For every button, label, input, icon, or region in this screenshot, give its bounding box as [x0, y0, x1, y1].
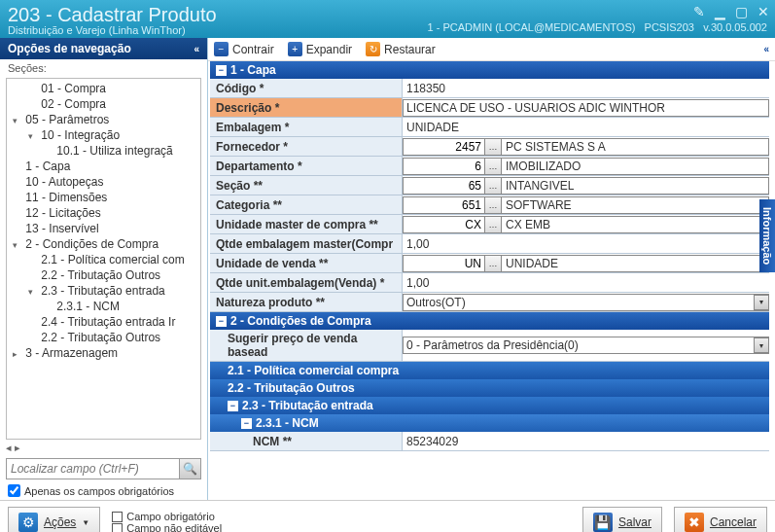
plus-icon: + [288, 42, 302, 56]
sidebar: Opções de navegação « Seções: 01 - Compr… [0, 38, 208, 500]
secao-code-input[interactable] [403, 177, 485, 195]
field-label: Fornecedor * [210, 137, 403, 156]
descricao-input[interactable]: LICENCA DE USO - USUARIOS ADIC WINTHOR [403, 99, 769, 117]
unid-master-code-input[interactable] [403, 216, 485, 233]
content-area: − Contrair + Expandir ↻ Restaurar « − 1 … [208, 38, 775, 500]
twisty-icon: ▾ [28, 131, 38, 141]
minimize-icon[interactable]: ▁ [715, 4, 725, 19]
collapse-all-button[interactable]: − Contrair [214, 42, 274, 56]
minus-icon: − [214, 42, 229, 56]
search-icon: 🔍 [183, 462, 197, 476]
tree-item[interactable]: 10.1 - Utiliza integraçã [7, 143, 200, 159]
only-required-checkbox[interactable] [8, 484, 20, 497]
field-label: Embalagem * [210, 118, 403, 136]
lookup-button[interactable]: … [484, 158, 502, 175]
tree-item[interactable]: 11 - Dimensões [7, 190, 200, 205]
chevron-down-icon: ▼ [82, 518, 89, 527]
tree-item[interactable]: ▾ 05 - Parâmetros [7, 112, 200, 127]
sidebar-header: Opções de navegação « [0, 38, 207, 59]
chevron-down-icon: ▾ [754, 295, 769, 310]
close-icon[interactable]: ✕ [757, 4, 769, 19]
collapse-sidebar-icon[interactable]: « [194, 44, 199, 54]
tree-item[interactable]: 2.2 - Tributação Outros [7, 267, 200, 283]
tree-item[interactable]: 2.4 - Tributação entrada Ir [7, 314, 200, 330]
field-label: Unidade master de compra ** [210, 215, 403, 233]
unid-master-desc: CX EMB [502, 216, 769, 233]
qtde-unit-venda-value: 1,00 [403, 275, 433, 291]
toolbar: − Contrair + Expandir ↻ Restaurar « [208, 38, 775, 61]
bottom-bar: ⚙ Ações ▼ Campo obrigatório Campo não ed… [0, 500, 775, 532]
collapse-panel-icon[interactable]: « [763, 44, 769, 54]
nav-tree[interactable]: 01 - Compra 02 - Compra▾ 05 - Parâmetros… [6, 78, 201, 440]
embalagem-value: UNIDADE [403, 120, 463, 135]
field-label: Sugerir preço de venda basead [210, 330, 403, 361]
field-label: Categoria ** [210, 195, 403, 214]
twisty-icon: ▾ [28, 287, 38, 297]
legend-box-icon [112, 512, 123, 522]
tree-item[interactable]: 1 - Capa [7, 159, 200, 174]
tree-item[interactable]: ▾ 2.3 - Tributação entrada [7, 283, 200, 299]
section-1-header[interactable]: − 1 - Capa [210, 61, 769, 79]
tree-item[interactable]: 12 - Licitações [7, 205, 200, 221]
only-required-label: Apenas os campos obrigatórios [24, 485, 174, 497]
tree-item[interactable]: 13 - Inservível [7, 221, 200, 236]
fornecedor-code-input[interactable] [403, 138, 485, 156]
unid-venda-code-input[interactable] [403, 255, 485, 272]
ncm-value: 85234029 [403, 434, 462, 449]
search-button[interactable]: 🔍 [180, 458, 201, 479]
tree-item[interactable]: ▸ 3 - Armazenagem [7, 345, 200, 361]
departamento-desc: IMOBILIZADO [502, 158, 769, 175]
field-label: Qtde embalagem master(Compr [210, 234, 403, 253]
restore-icon: ↻ [366, 42, 380, 56]
save-icon: 💾 [593, 513, 613, 532]
field-label: Código * [210, 79, 403, 97]
section-23-header[interactable]: − 2.3 - Tributação entrada [210, 397, 769, 414]
field-label: Seção ** [210, 176, 403, 195]
categoria-code-input[interactable] [403, 196, 485, 214]
session-label: 1 - PCADMIN (LOCAL@MEDICAMENTOS) [428, 21, 636, 33]
lookup-button[interactable]: … [484, 216, 502, 233]
info-side-tab[interactable]: Informação [759, 199, 775, 272]
natureza-dropdown[interactable]: Outros(OT) ▾ [403, 294, 769, 311]
restore-button[interactable]: ↻ Restaurar [366, 42, 436, 56]
cancel-button[interactable]: ✖ Cancelar [674, 507, 767, 532]
section-21-header[interactable]: 2.1 - Política comercial compra [210, 362, 769, 379]
expand-all-button[interactable]: + Expandir [288, 42, 352, 56]
lookup-button[interactable]: … [484, 177, 502, 195]
section-22-header[interactable]: 2.2 - Tributação Outros [210, 379, 769, 397]
collapse-icon: − [241, 418, 252, 429]
lookup-button[interactable]: … [484, 255, 502, 272]
codigo-value: 118350 [403, 81, 449, 96]
maximize-icon[interactable]: ▢ [735, 4, 748, 19]
collapse-icon: − [228, 401, 238, 411]
legend-box-icon [112, 523, 123, 533]
tree-item[interactable]: 2.1 - Política comercial com [7, 252, 200, 267]
tree-item[interactable]: ▾ 2 - Condições de Compra [7, 236, 200, 252]
collapse-icon: − [216, 65, 227, 76]
sidebar-header-text: Opções de navegação [8, 42, 131, 55]
version-label: v.30.0.05.002 [703, 21, 767, 33]
twisty-icon: ▸ [13, 349, 22, 359]
field-label: Unidade de venda ** [210, 254, 403, 272]
tree-item[interactable]: ▾ 10 - Integração [7, 127, 200, 143]
cancel-icon: ✖ [685, 513, 704, 532]
tree-item[interactable]: 2.2 - Tributação Outros [7, 330, 200, 345]
section-2-header[interactable]: − 2 - Condições de Compra [210, 312, 769, 330]
tree-item[interactable]: 01 - Compra [7, 81, 200, 96]
lookup-button[interactable]: … [484, 138, 502, 156]
tree-item[interactable]: 2.3.1 - NCM [7, 299, 200, 314]
sugerir-dropdown[interactable]: 0 - Parâmetros da Presidência(0) ▾ [403, 337, 769, 354]
departamento-code-input[interactable] [403, 158, 485, 175]
search-input[interactable] [6, 458, 180, 479]
section-231-header[interactable]: − 2.3.1 - NCM [210, 414, 769, 432]
field-label: Departamento * [210, 157, 403, 175]
tree-item[interactable]: 02 - Compra [7, 96, 200, 112]
save-button[interactable]: 💾 Salvar [582, 507, 662, 532]
lookup-button[interactable]: … [484, 196, 502, 214]
tree-item[interactable]: 10 - Autopeças [7, 174, 200, 190]
program-label: PCSIS203 [645, 21, 694, 33]
actions-button[interactable]: ⚙ Ações ▼ [8, 507, 100, 532]
title-bar: 203 - Cadastrar Produto Distribuição e V… [0, 0, 775, 38]
field-label: NCM ** [210, 432, 403, 450]
edit-icon[interactable]: ✎ [693, 4, 705, 19]
